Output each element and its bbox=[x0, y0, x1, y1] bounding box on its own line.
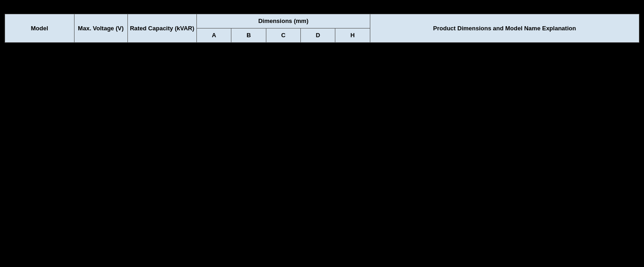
header-explanation: Product Dimensions and Model Name Explan… bbox=[370, 14, 639, 43]
header-dim-h: H bbox=[335, 28, 370, 43]
table-container: Model Max. Voltage (V) Rated Capacity (k… bbox=[0, 0, 644, 43]
header-model: Model bbox=[5, 14, 75, 43]
header-dim-d: D bbox=[301, 28, 335, 43]
header-dim-b: B bbox=[231, 28, 266, 43]
header-capacity: Rated Capacity (kVAR) bbox=[127, 14, 197, 43]
product-table: Model Max. Voltage (V) Rated Capacity (k… bbox=[5, 14, 639, 43]
header-dimensions-group: Dimensions (mm) bbox=[197, 14, 370, 28]
header-dim-c: C bbox=[266, 28, 300, 43]
header-voltage: Max. Voltage (V) bbox=[74, 14, 127, 43]
header-dim-a: A bbox=[197, 28, 231, 43]
